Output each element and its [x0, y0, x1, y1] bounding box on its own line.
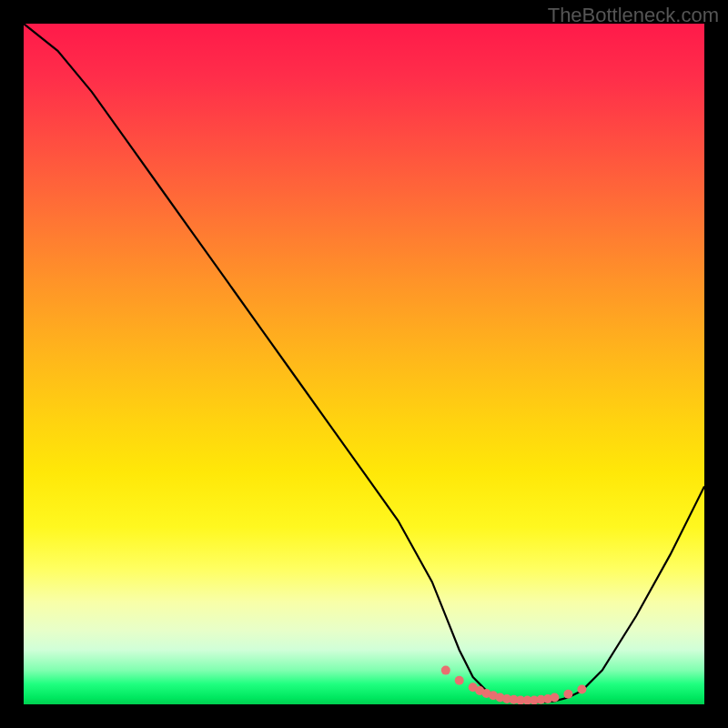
curve-line: [24, 24, 704, 703]
plot-area: [24, 24, 704, 704]
highlight-dot: [577, 685, 586, 694]
watermark-text: TheBottleneck.com: [548, 4, 719, 27]
highlight-dot: [455, 676, 464, 685]
chart-svg: [24, 24, 704, 704]
highlight-dot: [563, 690, 572, 699]
highlight-dot: [550, 693, 559, 703]
highlight-dot: [441, 666, 450, 675]
